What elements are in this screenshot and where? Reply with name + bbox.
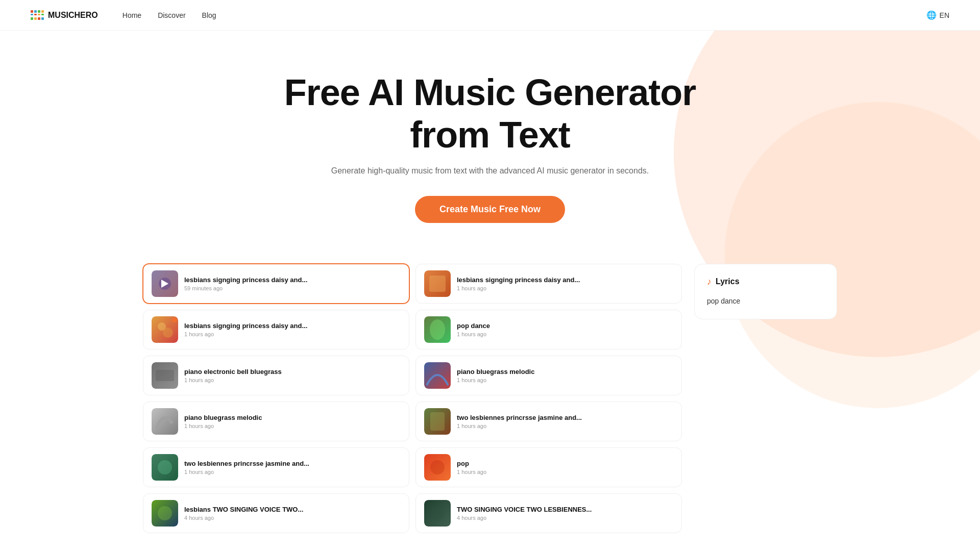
music-title-9: two lesbiennes princrsse jasmine and... bbox=[184, 460, 401, 467]
music-list: lesbians signging princess daisy and... … bbox=[143, 264, 682, 533]
lyrics-header: ♪ Lyrics bbox=[707, 277, 824, 287]
svg-point-18 bbox=[430, 460, 445, 474]
music-info-8: two lesbiennes princrsse jasmine and... … bbox=[457, 414, 673, 429]
music-time-5: 1 hours ago bbox=[184, 377, 401, 383]
music-info-11: lesbians TWO SINGING VOICE TWO... 4 hour… bbox=[184, 506, 401, 521]
music-time-8: 1 hours ago bbox=[457, 423, 673, 429]
music-info-10: pop 1 hours ago bbox=[457, 460, 673, 475]
svg-point-8 bbox=[430, 319, 445, 340]
thumb-image-2 bbox=[424, 270, 451, 297]
thumb-image-7 bbox=[152, 408, 178, 435]
music-title-7: piano bluegrass melodic bbox=[184, 414, 401, 421]
music-card-4[interactable]: pop dance 1 hours ago bbox=[415, 310, 682, 349]
music-title-6: piano bluegrass melodic bbox=[457, 368, 673, 375]
nav-links: Home Discover Blog bbox=[122, 11, 216, 19]
music-time-3: 1 hours ago bbox=[184, 331, 401, 337]
translate-icon: 🌐 bbox=[926, 10, 937, 20]
svg-rect-3 bbox=[429, 276, 446, 292]
thumb-image-4 bbox=[424, 316, 451, 343]
music-title-12: TWO SINGING VOICE TWO LESBIENNES... bbox=[457, 506, 673, 513]
lang-label: EN bbox=[940, 11, 949, 19]
music-title-3: lesbians signging princess daisy and... bbox=[184, 322, 401, 330]
music-card-8[interactable]: two lesbiennes princrsse jasmine and... … bbox=[415, 402, 682, 441]
svg-point-20 bbox=[158, 506, 172, 520]
svg-point-6 bbox=[163, 328, 173, 338]
music-time-4: 1 hours ago bbox=[457, 331, 673, 337]
music-card-6[interactable]: piano bluegrass melodic 1 hours ago bbox=[415, 356, 682, 395]
music-title-2: lesbians signging princess daisy and... bbox=[457, 276, 673, 284]
nav-lang[interactable]: 🌐 EN bbox=[926, 10, 949, 20]
logo-text: MUSICHERO bbox=[48, 11, 98, 20]
music-card-2[interactable]: lesbians signging princess daisy and... … bbox=[415, 264, 682, 304]
music-title-4: pop dance bbox=[457, 322, 673, 330]
music-info-1: lesbians signging princess daisy and... … bbox=[184, 276, 401, 291]
thumb-image-9 bbox=[152, 454, 178, 481]
thumb-image-11 bbox=[152, 500, 178, 527]
hero-subtitle: Generate high-quality music from text wi… bbox=[0, 166, 980, 176]
thumb-image-6 bbox=[424, 362, 451, 389]
nav-discover[interactable]: Discover bbox=[158, 11, 185, 19]
hero-section: Free AI Music Generator from Text Genera… bbox=[0, 31, 980, 254]
music-card-3[interactable]: lesbians signging princess daisy and... … bbox=[143, 310, 409, 349]
navbar: MUSICHERO Home Discover Blog 🌐 EN bbox=[0, 0, 980, 31]
music-card-5[interactable]: piano electronic bell bluegrass 1 hours … bbox=[143, 356, 409, 395]
music-time-11: 4 hours ago bbox=[184, 515, 401, 521]
music-title-5: piano electronic bell bluegrass bbox=[184, 368, 401, 375]
logo[interactable]: MUSICHERO bbox=[31, 10, 98, 20]
music-card-1[interactable]: lesbians signging princess daisy and... … bbox=[143, 264, 409, 304]
hero-title: Free AI Music Generator from Text bbox=[0, 71, 980, 156]
music-card-9[interactable]: two lesbiennes princrsse jasmine and... … bbox=[143, 447, 409, 487]
nav-home[interactable]: Home bbox=[122, 11, 141, 19]
nav-blog[interactable]: Blog bbox=[202, 11, 216, 19]
music-title-1: lesbians signging princess daisy and... bbox=[184, 276, 401, 284]
music-card-7[interactable]: piano bluegrass melodic 1 hours ago bbox=[143, 402, 409, 441]
svg-rect-10 bbox=[156, 370, 174, 381]
music-time-6: 1 hours ago bbox=[457, 377, 673, 383]
thumb-image-8 bbox=[424, 408, 451, 435]
thumb-image-10 bbox=[424, 454, 451, 481]
music-time-12: 4 hours ago bbox=[457, 515, 673, 521]
music-time-9: 1 hours ago bbox=[184, 469, 401, 475]
music-time-2: 1 hours ago bbox=[457, 285, 673, 291]
music-title-11: lesbians TWO SINGING VOICE TWO... bbox=[184, 506, 401, 513]
cta-button[interactable]: Create Music Free Now bbox=[415, 196, 565, 223]
music-note-icon: ♪ bbox=[707, 277, 712, 287]
music-info-5: piano electronic bell bluegrass 1 hours … bbox=[184, 368, 401, 383]
logo-icon bbox=[31, 10, 44, 20]
music-time-7: 1 hours ago bbox=[184, 423, 401, 429]
svg-rect-14 bbox=[430, 412, 445, 431]
music-info-12: TWO SINGING VOICE TWO LESBIENNES... 4 ho… bbox=[457, 506, 673, 521]
main-content: lesbians signging princess daisy and... … bbox=[0, 254, 980, 551]
lyrics-title: Lyrics bbox=[716, 277, 740, 286]
svg-point-22 bbox=[430, 506, 445, 520]
lyrics-panel: ♪ Lyrics pop dance bbox=[694, 264, 837, 319]
play-icon bbox=[161, 280, 168, 288]
music-card-10[interactable]: pop 1 hours ago bbox=[415, 447, 682, 487]
thumb-image-12 bbox=[424, 500, 451, 527]
music-info-7: piano bluegrass melodic 1 hours ago bbox=[184, 414, 401, 429]
music-time-10: 1 hours ago bbox=[457, 469, 673, 475]
music-info-6: piano bluegrass melodic 1 hours ago bbox=[457, 368, 673, 383]
music-card-12[interactable]: TWO SINGING VOICE TWO LESBIENNES... 4 ho… bbox=[415, 493, 682, 533]
thumb-image-5 bbox=[152, 362, 178, 389]
svg-point-16 bbox=[158, 460, 172, 474]
music-info-4: pop dance 1 hours ago bbox=[457, 322, 673, 337]
music-card-11[interactable]: lesbians TWO SINGING VOICE TWO... 4 hour… bbox=[143, 493, 409, 533]
new-badge bbox=[172, 317, 177, 322]
music-time-1: 59 minutes ago bbox=[184, 285, 401, 291]
music-title-10: pop bbox=[457, 460, 673, 467]
music-title-8: two lesbiennes princrsse jasmine and... bbox=[457, 414, 673, 421]
music-info-2: lesbians signging princess daisy and... … bbox=[457, 276, 673, 291]
music-info-9: two lesbiennes princrsse jasmine and... … bbox=[184, 460, 401, 475]
music-info-3: lesbians signging princess daisy and... … bbox=[184, 322, 401, 337]
svg-rect-12 bbox=[152, 408, 178, 435]
lyrics-content: pop dance bbox=[707, 295, 824, 307]
play-overlay bbox=[152, 270, 178, 297]
